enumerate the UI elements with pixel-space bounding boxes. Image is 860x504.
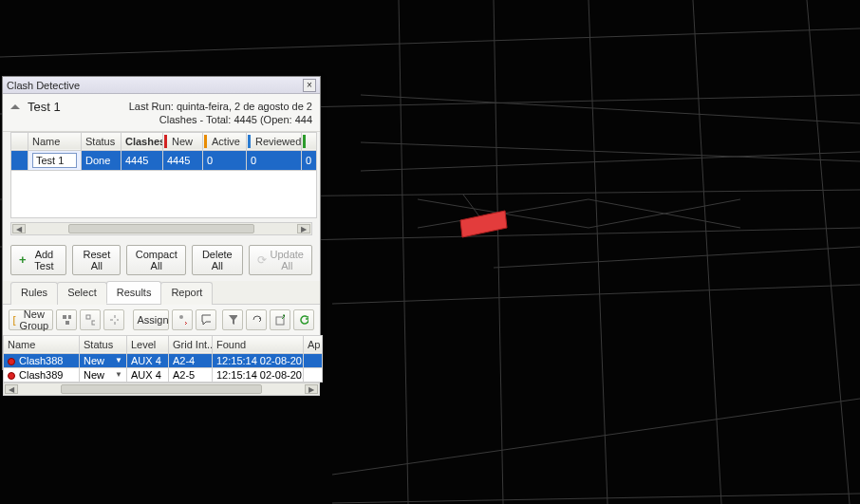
col-approved[interactable] [302, 132, 317, 150]
assign-button[interactable]: Assign [133, 309, 169, 330]
svg-rect-24 [65, 321, 69, 325]
clash-status-cell[interactable]: New▼ [80, 367, 127, 382]
clash-gridint-cell: A2-4 [169, 353, 213, 367]
tests-button-row: +Add Test Reset All Compact All Delete A… [3, 239, 320, 281]
svg-line-5 [332, 399, 860, 475]
col-new[interactable]: New [163, 132, 203, 150]
clash-gridint-cell: A2-5 [169, 367, 213, 382]
scroll-thumb[interactable] [61, 384, 262, 394]
clash-row[interactable]: Clash388 New▼ AUX 4 A2-4 12:15:14 02-08-… [4, 353, 323, 367]
filter-button[interactable] [222, 309, 243, 330]
tests-table-empty-area[interactable] [11, 170, 317, 217]
col-clash-status[interactable]: Status [80, 335, 127, 353]
reset-all-button[interactable]: Reset All [72, 245, 121, 275]
results-toolbar: [New Group Assign [3, 305, 320, 335]
tab-results[interactable]: Results [106, 281, 162, 304]
person-x-icon [178, 314, 187, 326]
clash-status-cell[interactable]: New▼ [80, 353, 127, 367]
svg-rect-22 [63, 315, 66, 319]
clashes-table-header: Name Status Level Grid Int... Found Ap [4, 335, 323, 353]
collapse-caret-icon[interactable] [10, 104, 20, 109]
clash-summary-label: Clashes - Total: 4445 (Open: 444 [129, 113, 312, 126]
tests-table[interactable]: Name Status Clashes New Active Reviewed … [10, 132, 317, 218]
last-run-label: Last Run: quinta-feira, 2 de agosto de 2 [129, 100, 312, 113]
col-clash-found[interactable]: Found [213, 335, 304, 353]
panel-title-label: Clash Detective [7, 77, 80, 94]
close-icon[interactable]: × [303, 79, 316, 92]
svg-rect-26 [92, 321, 95, 325]
clash-level-cell: AUX 4 [127, 367, 169, 382]
clash-row[interactable]: Clash389 New▼ AUX 4 A2-5 12:15:14 02-08-… [4, 367, 323, 382]
test-clashes-cell: 4445 [122, 150, 163, 170]
group-icon [62, 314, 71, 326]
test-name-heading: Test 1 [28, 100, 61, 114]
col-active[interactable]: Active [203, 132, 247, 150]
comment-button[interactable] [196, 309, 216, 330]
scroll-thumb[interactable] [68, 224, 254, 233]
dropdown-icon[interactable]: ▼ [115, 356, 124, 365]
add-test-button[interactable]: +Add Test [10, 245, 66, 275]
col-blank[interactable] [11, 132, 28, 150]
scroll-left-icon[interactable]: ◀ [12, 224, 26, 233]
new-group-button[interactable]: [New Group [9, 309, 53, 330]
dropdown-icon[interactable]: ▼ [115, 370, 124, 380]
group-button[interactable] [56, 309, 77, 330]
test-name-input[interactable] [32, 153, 77, 168]
col-clash-grid[interactable]: Grid Int... [169, 335, 213, 353]
col-status[interactable]: Status [82, 132, 122, 150]
speech-bubble-icon [201, 314, 211, 326]
clash-level-cell: AUX 4 [127, 353, 169, 367]
svg-rect-23 [68, 315, 71, 319]
explode-button[interactable] [103, 309, 124, 330]
export-icon [275, 314, 285, 326]
svg-line-0 [0, 28, 860, 57]
scroll-left-icon[interactable]: ◀ [5, 384, 18, 394]
export-button[interactable] [270, 309, 290, 330]
clashes-table-hscroll[interactable]: ◀ ▶ [3, 383, 320, 396]
scroll-right-icon[interactable]: ▶ [305, 384, 318, 394]
col-clash-ap[interactable]: Ap [304, 335, 323, 353]
tab-report[interactable]: Report [160, 282, 213, 305]
svg-line-8 [494, 0, 503, 504]
new-indicator-bar [164, 135, 167, 148]
refresh-button[interactable] [293, 309, 314, 330]
plus-icon: + [19, 254, 27, 265]
test-new-cell: 4445 [163, 150, 203, 170]
ungroup-icon [85, 314, 95, 326]
col-name[interactable]: Name [28, 132, 82, 150]
svg-line-14 [361, 152, 860, 171]
scroll-right-icon[interactable]: ▶ [297, 224, 310, 233]
ungroup-button[interactable] [80, 309, 101, 330]
update-all-button[interactable]: ⟳Update All [249, 245, 312, 275]
col-clash-level[interactable]: Level [127, 335, 169, 353]
tab-select[interactable]: Select [57, 282, 107, 305]
test-reviewed-cell: 0 [247, 150, 302, 170]
tests-table-hscroll[interactable]: ◀ ▶ [10, 222, 312, 235]
svg-line-20 [463, 195, 479, 216]
svg-point-28 [179, 315, 183, 319]
col-clash-name[interactable]: Name [4, 335, 80, 353]
tab-rules[interactable]: Rules [10, 282, 58, 305]
svg-line-7 [399, 0, 408, 504]
col-clashes[interactable]: Clashes [122, 132, 163, 150]
compact-all-button[interactable]: Compact All [126, 245, 186, 275]
test-approved-cell: 0 [302, 150, 317, 170]
svg-line-10 [693, 0, 721, 504]
delete-all-button[interactable]: Delete All [192, 245, 242, 275]
clash-found-cell: 12:15:14 02-08-2012 [213, 367, 304, 382]
test-active-cell: 0 [203, 150, 247, 170]
svg-rect-25 [86, 315, 90, 319]
results-tabs: Rules Select Results Report [3, 281, 320, 305]
panel-titlebar[interactable]: Clash Detective × [3, 77, 320, 94]
active-indicator-bar [204, 135, 207, 148]
redo-button[interactable] [246, 309, 267, 330]
clashes-table[interactable]: Name Status Level Grid Int... Found Ap C… [3, 335, 323, 383]
clash-name-cell: Clash388 [19, 355, 63, 366]
sync-icon: ⟳ [257, 253, 267, 267]
unassign-button[interactable] [172, 309, 193, 330]
svg-marker-21 [460, 211, 507, 237]
test-row[interactable]: Done 4445 4445 0 0 0 [11, 150, 317, 170]
col-reviewed[interactable]: Reviewed [247, 132, 302, 150]
panel-header: Test 1 Last Run: quinta-feira, 2 de agos… [3, 94, 320, 132]
svg-line-19 [494, 247, 860, 268]
